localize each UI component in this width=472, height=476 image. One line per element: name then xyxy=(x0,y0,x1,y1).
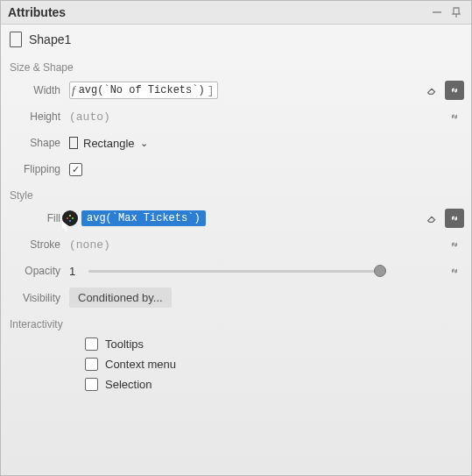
height-link-button[interactable] xyxy=(445,107,464,126)
selection-checkbox[interactable] xyxy=(85,378,98,391)
flipping-label: Flipping xyxy=(8,163,69,175)
fill-link-button[interactable] xyxy=(445,209,464,228)
visibility-conditioned-button[interactable]: Conditioned by... xyxy=(69,288,172,308)
width-clear-button[interactable] xyxy=(422,81,441,100)
opacity-link-button[interactable] xyxy=(445,261,464,281)
svg-point-3 xyxy=(69,220,71,222)
opacity-row: Opacity 1 xyxy=(1,258,471,284)
flipping-row: Flipping xyxy=(1,156,471,182)
width-link-button[interactable] xyxy=(445,81,464,100)
tooltips-label: Tooltips xyxy=(105,337,144,351)
shape-type-value: Rectangle xyxy=(83,137,135,150)
selection-row: Selection xyxy=(1,374,471,394)
minimize-icon[interactable] xyxy=(429,4,445,20)
tooltips-row: Tooltips xyxy=(1,334,471,354)
svg-point-1 xyxy=(69,215,71,217)
context-menu-row: Context menu xyxy=(1,354,471,374)
svg-point-4 xyxy=(67,217,68,219)
shape-label: Shape xyxy=(8,137,69,149)
panel-title: Attributes xyxy=(8,5,426,19)
shape-name: Shape1 xyxy=(29,32,71,46)
stroke-link-button[interactable] xyxy=(445,235,464,254)
chevron-down-icon: ⌄ xyxy=(140,138,148,149)
width-expression[interactable]: f avg(`No of Tickets`) ] xyxy=(69,82,218,99)
svg-point-2 xyxy=(72,217,74,219)
visibility-row: Visibility Conditioned by... xyxy=(1,284,471,311)
section-style: Style xyxy=(1,182,471,205)
panel-header: Attributes xyxy=(1,1,471,25)
height-label: Height xyxy=(8,110,69,123)
opacity-label: Opacity xyxy=(8,265,69,277)
section-interactivity: Interactivity xyxy=(1,311,471,334)
slider-thumb[interactable] xyxy=(374,265,386,277)
width-label: Width xyxy=(8,84,69,96)
tooltips-checkbox[interactable] xyxy=(85,337,98,351)
stroke-value[interactable]: (none) xyxy=(69,238,110,252)
fill-label: Fill xyxy=(8,212,69,224)
stroke-row: Stroke (none) xyxy=(1,231,471,258)
visibility-label: Visibility xyxy=(8,292,69,304)
bracket-close-icon: ] xyxy=(208,84,215,97)
fill-row: Fill avg(`Max Tickets`) xyxy=(1,205,471,231)
rectangle-icon xyxy=(69,137,78,149)
shape-identifier-row: Shape1 xyxy=(1,25,471,54)
stroke-label: Stroke xyxy=(8,238,69,251)
context-menu-label: Context menu xyxy=(105,358,176,371)
width-expr-text: avg(`No of Tickets`) xyxy=(79,84,205,96)
height-row: Height (auto) xyxy=(1,103,471,130)
fill-clear-button[interactable] xyxy=(422,209,441,228)
shape-glyph-icon xyxy=(10,32,22,47)
fill-expression[interactable]: avg(`Max Tickets`) xyxy=(81,210,206,226)
shape-type-select[interactable]: Rectangle ⌄ xyxy=(69,137,148,150)
fx-icon: f xyxy=(72,83,75,97)
section-size-shape: Size & Shape xyxy=(1,54,471,77)
selection-label: Selection xyxy=(105,378,151,391)
color-wheel-icon[interactable] xyxy=(62,210,78,226)
shape-row: Shape Rectangle ⌄ xyxy=(1,130,471,156)
slider-track xyxy=(88,270,386,273)
opacity-slider[interactable] xyxy=(88,262,386,280)
height-value[interactable]: (auto) xyxy=(69,110,110,124)
flipping-checkbox[interactable] xyxy=(69,163,82,176)
context-menu-checkbox[interactable] xyxy=(85,358,98,371)
width-row: Width f avg(`No of Tickets`) ] xyxy=(1,77,471,103)
opacity-value[interactable]: 1 xyxy=(69,265,80,278)
pin-icon[interactable] xyxy=(448,4,464,20)
